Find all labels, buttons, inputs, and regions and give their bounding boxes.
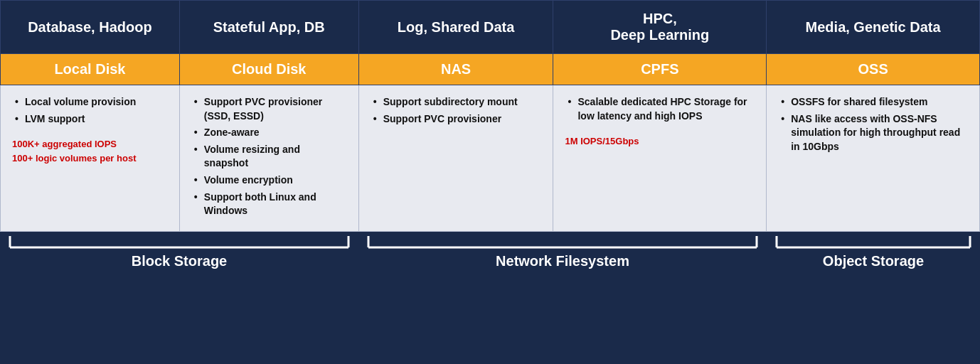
bullet-item: Scalable dedicated HPC Storage for low l… — [565, 95, 755, 123]
network-filesystem-bracket — [367, 235, 758, 250]
header-col4: HPC, Deep Learning — [553, 1, 767, 54]
header-col3: Log, Shared Data — [358, 1, 553, 54]
bullet-item: Local volume provision — [12, 95, 168, 109]
bullet-item: Support PVC provisioner (SSD, ESSD) — [191, 95, 347, 123]
object-storage-bracket — [775, 235, 971, 250]
header-col5: Media, Genetic Data — [767, 1, 980, 54]
block-storage-section: Block Storage — [0, 232, 358, 269]
bullet-item: OSSFS for shared filesystem — [778, 95, 968, 109]
red-note-col4: 1M IOPS/15Gbps — [565, 134, 755, 149]
bullet-item: Support PVC provisioner — [371, 112, 542, 127]
block-storage-bracket — [9, 235, 350, 250]
header-col1: Database, Hadoop — [1, 1, 180, 54]
red-note-col1: 100K+ aggregated IOPS 100+ logic volumes… — [12, 137, 168, 165]
header-col2: Stateful App, DB — [179, 1, 358, 54]
badge-col5: OSS — [767, 54, 980, 85]
badge-row: Local Disk Cloud Disk NAS CPFS OSS — [1, 54, 980, 85]
bullets-col1: Local volume provision LVM support — [12, 95, 168, 126]
bullet-item: Support subdirectory mount — [371, 95, 542, 109]
object-storage-section: Object Storage — [767, 232, 980, 269]
block-storage-label: Block Storage — [132, 253, 227, 269]
bullet-item: Zone-aware — [191, 126, 347, 140]
bullets-col2: Support PVC provisioner (SSD, ESSD) Zone… — [191, 95, 347, 218]
badge-col3: NAS — [358, 54, 553, 85]
bullets-col3: Support subdirectory mount Support PVC p… — [371, 95, 542, 126]
bullet-item: Volume resizing and snapshot — [191, 143, 347, 171]
bullets-col4: Scalable dedicated HPC Storage for low l… — [565, 95, 755, 123]
header-row: Database, Hadoop Stateful App, DB Log, S… — [1, 1, 980, 54]
badge-col1: Local Disk — [1, 54, 180, 85]
bullet-item: Volume encryption — [191, 173, 347, 188]
content-col5: OSSFS for shared filesystem NAS like acc… — [767, 85, 980, 232]
bullet-item: NAS like access with OSS-NFS simulation … — [778, 112, 968, 154]
badge-col4: CPFS — [553, 54, 767, 85]
content-row: Local volume provision LVM support 100K+… — [1, 85, 980, 232]
content-col3: Support subdirectory mount Support PVC p… — [358, 85, 553, 232]
content-col1: Local volume provision LVM support 100K+… — [1, 85, 180, 232]
content-col2: Support PVC provisioner (SSD, ESSD) Zone… — [179, 85, 358, 232]
main-table: Database, Hadoop Stateful App, DB Log, S… — [0, 0, 980, 232]
content-col4: Scalable dedicated HPC Storage for low l… — [553, 85, 767, 232]
bullets-col5: OSSFS for shared filesystem NAS like acc… — [778, 95, 968, 154]
badge-col2: Cloud Disk — [179, 54, 358, 85]
network-filesystem-label: Network Filesystem — [496, 253, 629, 269]
bullet-item: LVM support — [12, 112, 168, 127]
bottom-section: Block Storage Network Filesystem Object … — [0, 232, 980, 277]
object-storage-label: Object Storage — [823, 253, 924, 269]
network-filesystem-section: Network Filesystem — [358, 232, 767, 269]
bullet-item: Support both Linux and Windows — [191, 191, 347, 218]
